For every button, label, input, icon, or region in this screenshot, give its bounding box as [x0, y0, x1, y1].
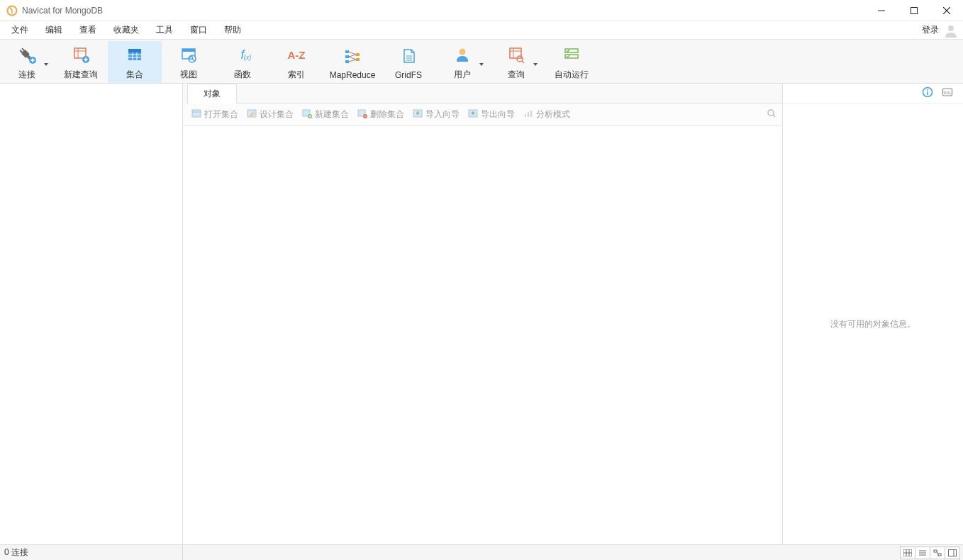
- delete-collection-icon: [357, 108, 367, 121]
- menu-window[interactable]: 窗口: [182, 21, 216, 39]
- tab-objects[interactable]: 对象: [187, 84, 237, 103]
- connection-navigator-pane[interactable]: [0, 84, 183, 544]
- info-pane-tabs: DDL: [783, 84, 963, 103]
- center-pane: 对象 打开集合 设计集合 新建集合 删除集合 导入向导: [183, 84, 783, 544]
- new-collection-button[interactable]: 新建集合: [299, 107, 352, 122]
- mapreduce-icon: [327, 45, 378, 69]
- export-wizard-button[interactable]: 导出向导: [465, 107, 518, 122]
- toolbar-autorun-button[interactable]: 自动运行: [543, 41, 600, 83]
- window-minimize-button[interactable]: [865, 0, 898, 21]
- login-link[interactable]: 登录: [918, 21, 943, 39]
- export-wizard-label: 导出向导: [481, 108, 515, 121]
- toolbar-autorun-label: 自动运行: [555, 69, 589, 81]
- menu-file[interactable]: 文件: [3, 21, 37, 39]
- index-icon: A-Z: [271, 43, 322, 67]
- svg-rect-63: [530, 111, 532, 117]
- svg-line-8: [22, 48, 24, 50]
- svg-rect-67: [927, 91, 928, 95]
- svg-rect-42: [510, 48, 521, 58]
- new-collection-icon: [302, 108, 312, 121]
- svg-line-7: [20, 50, 22, 52]
- toolbar-function-button[interactable]: f(x) 函数: [216, 41, 269, 83]
- view-er-button[interactable]: [930, 547, 945, 559]
- delete-collection-button[interactable]: 删除集合: [355, 107, 407, 122]
- info-tab-ddl-icon[interactable]: DDL: [942, 86, 953, 100]
- design-collection-button[interactable]: 设计集合: [244, 107, 296, 122]
- avatar-icon[interactable]: [943, 23, 959, 38]
- toolbar-gridfs-label: GridFS: [395, 70, 422, 80]
- view-list-button[interactable]: [915, 547, 930, 559]
- svg-rect-35: [345, 60, 349, 63]
- toolbar-collection-button[interactable]: 集合: [108, 41, 162, 83]
- gridfs-icon: [383, 45, 434, 69]
- delete-collection-label: 删除集合: [370, 108, 404, 121]
- app-title: Navicat for MongoDB: [22, 6, 103, 16]
- toolbar-newquery-label: 新建查询: [64, 69, 98, 81]
- svg-point-41: [460, 49, 466, 55]
- svg-text:A-Z: A-Z: [288, 49, 306, 61]
- status-message: [183, 545, 901, 560]
- chevron-down-icon: [44, 63, 48, 66]
- toolbar-function-label: 函数: [234, 69, 251, 81]
- view-mode-toolbar: [901, 547, 963, 559]
- svg-rect-37: [356, 58, 360, 61]
- svg-line-80: [937, 551, 938, 554]
- toolbar-mapreduce-button[interactable]: MapReduce: [323, 41, 382, 83]
- svg-point-64: [768, 110, 774, 116]
- svg-line-46: [522, 61, 524, 63]
- svg-rect-62: [528, 112, 529, 117]
- toolbar-newquery-button[interactable]: 新建查询: [54, 41, 108, 83]
- new-collection-label: 新建集合: [315, 108, 349, 121]
- svg-text:DDL: DDL: [943, 91, 951, 95]
- toolbar-view-button[interactable]: 视图: [162, 41, 216, 83]
- info-tab-general-icon[interactable]: [922, 86, 933, 100]
- design-collection-icon: [247, 108, 257, 121]
- open-collection-icon: [191, 108, 201, 121]
- open-collection-button[interactable]: 打开集合: [189, 107, 241, 122]
- view-details-button[interactable]: [900, 547, 915, 559]
- app-logo-icon: [6, 5, 18, 16]
- toolbar-queries-button[interactable]: 查询: [489, 41, 543, 83]
- svg-rect-49: [192, 110, 201, 117]
- toolbar-index-button[interactable]: A-Z 索引: [269, 41, 323, 83]
- title-bar: Navicat for MongoDB: [0, 0, 963, 21]
- svg-rect-12: [32, 59, 33, 62]
- toolbar-view-label: 视图: [180, 69, 197, 81]
- status-bar: 0 连接: [0, 544, 963, 560]
- object-list-area[interactable]: [183, 126, 782, 544]
- toolbar-connect-label: 连接: [18, 69, 35, 81]
- svg-rect-61: [525, 114, 526, 117]
- no-object-info-message: 没有可用的对象信息。: [830, 318, 915, 330]
- collection-icon: [109, 43, 160, 67]
- menu-view[interactable]: 查看: [71, 21, 105, 39]
- toolbar-gridfs-button[interactable]: GridFS: [382, 41, 435, 83]
- main-toolbar: 连接 新建查询 集合 视图 f(x) 函数 A-Z 索引 MapRe: [0, 40, 963, 84]
- function-icon: f(x): [217, 43, 268, 67]
- chevron-down-icon: [479, 63, 484, 66]
- toolbar-queries-label: 查询: [508, 69, 525, 81]
- toolbar-user-button[interactable]: 用户: [435, 41, 489, 83]
- menu-favorites[interactable]: 收藏夹: [105, 21, 147, 39]
- analyze-schema-button[interactable]: 分析模式: [521, 107, 573, 122]
- svg-rect-34: [345, 55, 349, 58]
- svg-text:(x): (x): [244, 54, 252, 61]
- svg-rect-36: [356, 53, 360, 56]
- toolbar-index-label: 索引: [288, 69, 305, 81]
- search-icon[interactable]: [767, 108, 776, 121]
- menu-edit[interactable]: 编辑: [37, 21, 71, 39]
- window-close-button[interactable]: [930, 0, 963, 21]
- svg-rect-79: [938, 554, 941, 556]
- import-wizard-icon: [413, 108, 423, 121]
- menu-help[interactable]: 帮助: [216, 21, 250, 39]
- svg-point-45: [517, 56, 523, 62]
- menu-tools[interactable]: 工具: [147, 21, 182, 39]
- window-maximize-button[interactable]: [898, 0, 930, 21]
- toggle-info-pane-button[interactable]: [945, 547, 960, 559]
- import-wizard-button[interactable]: 导入向导: [410, 107, 462, 122]
- toolbar-connect-button[interactable]: 连接: [0, 41, 54, 83]
- svg-rect-20: [128, 49, 141, 52]
- svg-rect-33: [345, 50, 349, 53]
- tab-strip: 对象: [183, 84, 782, 103]
- svg-rect-68: [927, 89, 928, 91]
- svg-rect-26: [182, 49, 195, 52]
